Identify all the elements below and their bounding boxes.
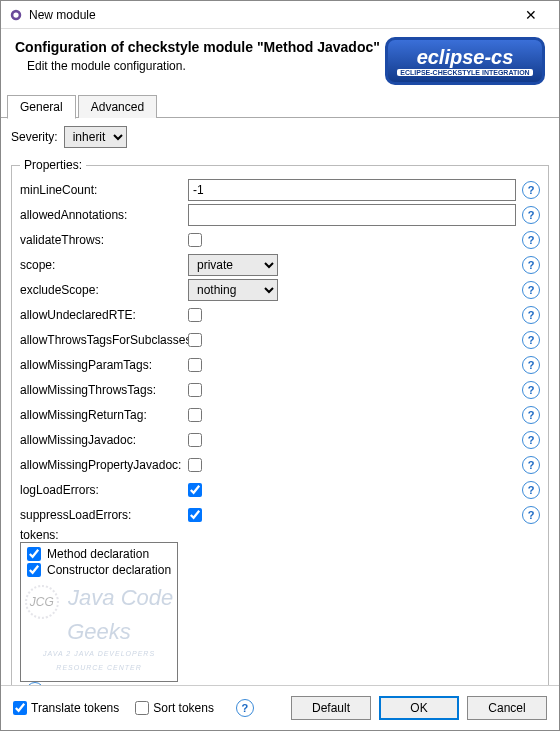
allowmissingjavadoc-label: allowMissingJavadoc:	[20, 433, 188, 447]
help-icon[interactable]: ?	[522, 381, 540, 399]
token-item[interactable]: Method declaration	[27, 547, 171, 561]
help-icon[interactable]: ?	[522, 406, 540, 424]
allowmissingreturntag-label: allowMissingReturnTag:	[20, 408, 188, 422]
properties-fieldset: Properties: minLineCount: ? allowedAnnot…	[11, 158, 549, 685]
allowmissingthrowstags-checkbox[interactable]	[188, 383, 202, 397]
allowmissingparamtags-label: allowMissingParamTags:	[20, 358, 188, 372]
allowundeclaredrte-label: allowUndeclaredRTE:	[20, 308, 188, 322]
tab-bar: General Advanced	[1, 95, 559, 118]
svg-point-1	[13, 12, 18, 17]
help-icon[interactable]: ?	[522, 181, 540, 199]
token-label: Method declaration	[47, 547, 149, 561]
translate-tokens-checkbox[interactable]	[13, 701, 27, 715]
sort-tokens-checkbox[interactable]	[135, 701, 149, 715]
help-icon[interactable]: ?	[522, 456, 540, 474]
logloaderrors-checkbox[interactable]	[188, 483, 202, 497]
allowedannotations-label: allowedAnnotations:	[20, 208, 188, 222]
allowmissingparamtags-checkbox[interactable]	[188, 358, 202, 372]
token-label: Constructor declaration	[47, 563, 171, 577]
watermark: JCG Java Code Geeks JAVA 2 JAVA DEVELOPE…	[21, 585, 177, 673]
tokens-label: tokens:	[20, 528, 188, 542]
help-icon[interactable]: ?	[522, 306, 540, 324]
help-icon[interactable]: ?	[522, 281, 540, 299]
help-icon[interactable]: ?	[522, 506, 540, 524]
help-icon[interactable]: ?	[522, 481, 540, 499]
token-item[interactable]: Constructor declaration	[27, 563, 171, 577]
allowthrowstagsforsubclasses-label: allowThrowsTagsForSubclasses:	[20, 333, 188, 347]
validatethrows-label: validateThrows:	[20, 233, 188, 247]
token-checkbox[interactable]	[27, 547, 41, 561]
help-icon[interactable]: ?	[522, 356, 540, 374]
allowmissingreturntag-checkbox[interactable]	[188, 408, 202, 422]
cancel-button[interactable]: Cancel	[467, 696, 547, 720]
minlinecount-input[interactable]	[188, 179, 516, 201]
tab-general[interactable]: General	[7, 95, 76, 119]
validatethrows-checkbox[interactable]	[188, 233, 202, 247]
dialog-header: Configuration of checkstyle module "Meth…	[1, 29, 559, 95]
suppressloaderrors-checkbox[interactable]	[188, 508, 202, 522]
help-icon[interactable]: ?	[236, 699, 254, 717]
excludescope-select[interactable]: nothing	[188, 279, 278, 301]
dialog-heading: Configuration of checkstyle module "Meth…	[15, 39, 385, 55]
sort-tokens-option[interactable]: Sort tokens	[135, 701, 214, 715]
scope-select[interactable]: private	[188, 254, 278, 276]
properties-legend: Properties:	[20, 158, 86, 172]
dialog-footer: Translate tokens Sort tokens ? Default O…	[1, 685, 559, 730]
ok-button[interactable]: OK	[379, 696, 459, 720]
minlinecount-label: minLineCount:	[20, 183, 188, 197]
translate-tokens-label: Translate tokens	[31, 701, 119, 715]
allowmissingthrowstags-label: allowMissingThrowsTags:	[20, 383, 188, 397]
tokens-list: Method declaration Constructor declarati…	[20, 542, 178, 682]
help-icon[interactable]: ?	[522, 256, 540, 274]
default-button[interactable]: Default	[291, 696, 371, 720]
app-icon	[9, 8, 23, 22]
scope-label: scope:	[20, 258, 188, 272]
help-icon[interactable]: ?	[522, 231, 540, 249]
suppressloaderrors-label: suppressLoadErrors:	[20, 508, 188, 522]
eclipse-cs-logo: eclipse-cs ECLIPSE-CHECKSTYLE INTEGRATIO…	[385, 37, 545, 85]
help-icon[interactable]: ?	[522, 331, 540, 349]
allowmissingpropertyjavadoc-checkbox[interactable]	[188, 458, 202, 472]
tab-advanced[interactable]: Advanced	[78, 95, 157, 118]
logloaderrors-label: logLoadErrors:	[20, 483, 188, 497]
help-icon[interactable]: ?	[522, 206, 540, 224]
allowmissingpropertyjavadoc-label: allowMissingPropertyJavadoc:	[20, 458, 188, 472]
severity-label: Severity:	[11, 130, 58, 144]
title-bar: New module ✕	[1, 1, 559, 29]
severity-select[interactable]: inherit	[64, 126, 127, 148]
token-checkbox[interactable]	[27, 563, 41, 577]
window-title: New module	[29, 8, 511, 22]
sort-tokens-label: Sort tokens	[153, 701, 214, 715]
translate-tokens-option[interactable]: Translate tokens	[13, 701, 119, 715]
excludescope-label: excludeScope:	[20, 283, 188, 297]
allowedannotations-input[interactable]	[188, 204, 516, 226]
help-icon[interactable]: ?	[522, 431, 540, 449]
allowundeclaredrte-checkbox[interactable]	[188, 308, 202, 322]
allowthrowstagsforsubclasses-checkbox[interactable]	[188, 333, 202, 347]
allowmissingjavadoc-checkbox[interactable]	[188, 433, 202, 447]
close-icon[interactable]: ✕	[511, 7, 551, 23]
dialog-subheading: Edit the module configuration.	[27, 59, 385, 73]
